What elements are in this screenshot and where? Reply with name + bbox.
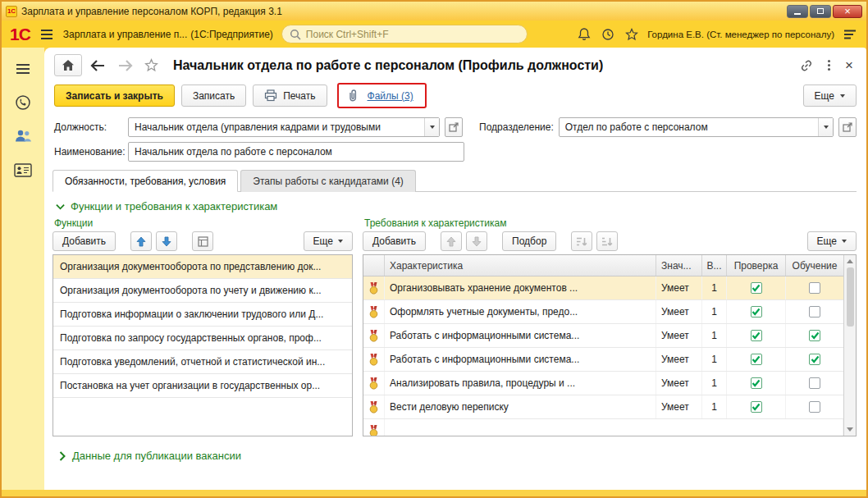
requirement-row[interactable]: Вести деловую перепискуУмеет1 bbox=[363, 395, 843, 419]
position-dropdown-button[interactable] bbox=[424, 118, 439, 136]
name-input[interactable] bbox=[128, 142, 464, 162]
current-user[interactable]: Гордина Е.В. (Ст. менеджер по персоналу) bbox=[647, 30, 834, 39]
functions-add-button[interactable]: Добавить bbox=[53, 231, 116, 251]
files-link[interactable]: Файлы (3) bbox=[368, 90, 413, 102]
move-down-button[interactable] bbox=[156, 231, 177, 251]
req-move-up-button[interactable] bbox=[441, 231, 462, 251]
medal-cell bbox=[363, 419, 385, 436]
requirement-row[interactable]: Организовывать хранение документов ...Ум… bbox=[363, 276, 843, 300]
back-button[interactable] bbox=[87, 58, 109, 73]
discussions-button[interactable] bbox=[11, 93, 35, 112]
checkbox[interactable] bbox=[751, 377, 762, 389]
attach-file-button[interactable] bbox=[345, 87, 360, 104]
search-input[interactable] bbox=[306, 29, 519, 40]
functions-group-header[interactable]: Функции и требования к характеристикам bbox=[53, 197, 857, 217]
checkbox[interactable] bbox=[809, 282, 820, 294]
department-input[interactable] bbox=[560, 118, 818, 136]
weight-cell: 1 bbox=[702, 276, 727, 299]
function-list-item[interactable]: Подготовка по запросу государственных ор… bbox=[53, 327, 352, 350]
scroll-up-icon[interactable] bbox=[847, 259, 853, 263]
scroll-down-icon[interactable] bbox=[847, 427, 853, 432]
tab-candidate-stages[interactable]: Этапы работы с кандидатами (4) bbox=[240, 170, 415, 192]
get-link-button[interactable] bbox=[797, 57, 816, 74]
pick-button[interactable]: Подбор bbox=[502, 231, 556, 251]
name-label: Наименование: bbox=[54, 146, 123, 158]
value-cell: Умеет bbox=[656, 372, 702, 395]
history-button[interactable] bbox=[600, 26, 616, 43]
functions-more-button[interactable]: Еще bbox=[304, 231, 353, 251]
checkbox[interactable] bbox=[809, 401, 820, 413]
check-icon bbox=[752, 284, 761, 292]
move-up-button[interactable] bbox=[130, 231, 152, 251]
value-cell: Умеет bbox=[656, 300, 702, 323]
req-move-down-button[interactable] bbox=[466, 231, 487, 251]
sort-asc-button[interactable] bbox=[571, 231, 592, 251]
function-list-item[interactable]: Организация документооборота по представ… bbox=[53, 255, 352, 279]
function-list-item[interactable]: Подготовка информации о заключении трудо… bbox=[53, 303, 352, 327]
maximize-button[interactable] bbox=[810, 5, 831, 18]
requirements-add-button[interactable]: Добавить bbox=[363, 231, 426, 251]
profile-card-button[interactable] bbox=[11, 160, 35, 180]
checkbox[interactable] bbox=[751, 306, 762, 318]
column-weight[interactable]: В... bbox=[702, 255, 727, 276]
vacancy-group-header[interactable]: Данные для публикации вакансии bbox=[44, 441, 866, 467]
requirement-row[interactable]: Оформлять учетные документы, предо...Уме… bbox=[363, 300, 843, 324]
position-open-button[interactable] bbox=[445, 117, 463, 137]
home-button[interactable] bbox=[54, 54, 82, 76]
requirements-more-button[interactable]: Еще bbox=[807, 231, 857, 251]
main-menu-button[interactable] bbox=[39, 27, 55, 42]
more-button[interactable]: Еще bbox=[803, 85, 857, 107]
arrow-down-icon bbox=[472, 236, 482, 247]
department-open-button[interactable] bbox=[838, 117, 857, 137]
checkbox[interactable] bbox=[751, 282, 762, 294]
global-search[interactable] bbox=[281, 25, 528, 43]
checkbox[interactable] bbox=[809, 377, 820, 389]
employees-button[interactable] bbox=[11, 126, 35, 146]
window-menu-button[interactable] bbox=[825, 58, 834, 72]
column-training[interactable]: Обучение bbox=[786, 255, 843, 276]
forward-button[interactable] bbox=[114, 58, 136, 73]
sections-menu-button[interactable] bbox=[11, 59, 35, 79]
checkbox[interactable] bbox=[809, 306, 820, 318]
department-dropdown-button[interactable] bbox=[818, 118, 833, 136]
column-characteristic[interactable]: Характеристика bbox=[385, 255, 656, 276]
medal-icon bbox=[368, 282, 379, 295]
table-header[interactable]: Характеристика Знач... В... Проверка Обу… bbox=[363, 255, 843, 276]
position-label: Должность: bbox=[54, 121, 123, 133]
service-menu-button[interactable] bbox=[842, 28, 858, 41]
column-value[interactable]: Знач... bbox=[656, 255, 702, 276]
print-button[interactable]: Печать bbox=[253, 85, 327, 107]
functions-list[interactable]: Организация документооборота по представ… bbox=[53, 254, 353, 436]
weight-cell: 1 bbox=[702, 348, 727, 371]
save-button[interactable]: Записать bbox=[181, 85, 246, 107]
requirements-table-body: Организовывать хранение документов ...Ум… bbox=[363, 276, 843, 436]
form-settings-button[interactable] bbox=[192, 231, 213, 251]
notifications-button[interactable] bbox=[576, 25, 592, 43]
checkbox[interactable] bbox=[751, 330, 762, 341]
minimize-button[interactable] bbox=[787, 5, 808, 18]
function-list-item[interactable]: Подготовка уведомлений, отчетной и стати… bbox=[53, 350, 352, 374]
column-check[interactable]: Проверка bbox=[727, 255, 786, 276]
add-to-favorites-button[interactable] bbox=[141, 57, 162, 74]
requirement-row-partial[interactable] bbox=[363, 419, 843, 436]
requirement-row[interactable]: Анализировать правила, процедуры и ...Ум… bbox=[363, 372, 843, 395]
close-form-button[interactable]: × bbox=[842, 57, 857, 74]
scrollbar-thumb[interactable] bbox=[847, 267, 854, 327]
open-icon bbox=[449, 122, 459, 132]
favorites-button[interactable] bbox=[624, 26, 640, 43]
requirement-row[interactable]: Работать с информационными система...Уме… bbox=[363, 348, 843, 372]
checkbox[interactable] bbox=[751, 354, 762, 365]
close-window-button[interactable]: × bbox=[833, 5, 862, 18]
checkbox[interactable] bbox=[751, 401, 762, 413]
checkbox[interactable] bbox=[809, 354, 820, 365]
vertical-scrollbar[interactable] bbox=[843, 255, 856, 436]
tab-duties-requirements[interactable]: Обязанности, требования, условия bbox=[53, 170, 238, 192]
requirement-row[interactable]: Работать с информационными система...Уме… bbox=[363, 324, 843, 348]
position-input[interactable] bbox=[129, 118, 424, 136]
save-and-close-button[interactable]: Записать и закрыть bbox=[54, 85, 175, 107]
function-list-item[interactable]: Организация документооборота по учету и … bbox=[53, 279, 352, 303]
checkbox[interactable] bbox=[809, 330, 820, 341]
function-list-item[interactable]: Постановка на учет организации в государ… bbox=[53, 374, 352, 398]
functions-panel: Функции Добавить bbox=[53, 217, 353, 436]
sort-desc-button[interactable] bbox=[596, 231, 618, 251]
